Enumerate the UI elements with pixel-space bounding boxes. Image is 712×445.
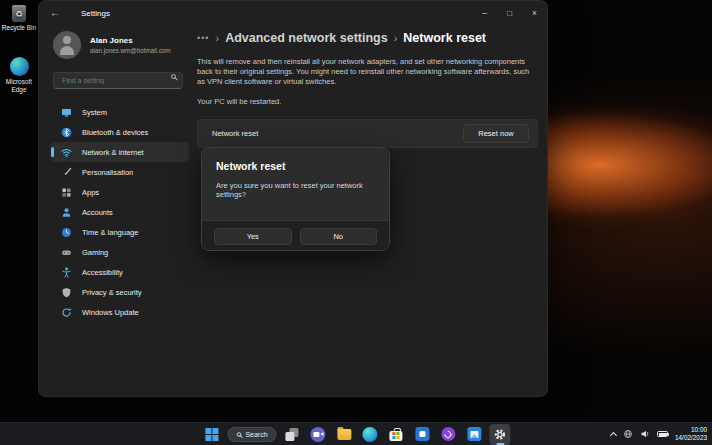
brush-icon	[61, 167, 72, 178]
battery-icon[interactable]	[657, 431, 668, 437]
sidebar-item-gaming[interactable]: Gaming	[51, 242, 189, 262]
back-button[interactable]: ←	[50, 8, 60, 18]
desktop-icon-label: Recycle Bin	[2, 24, 36, 32]
bluetooth-icon	[61, 127, 72, 138]
user-email: alan.jones.wm@hotmail.com	[90, 47, 171, 54]
sidebar-item-apps[interactable]: Apps	[51, 182, 189, 202]
sidebar-item-personalisation[interactable]: Personalisation	[51, 162, 189, 182]
close-button[interactable]: ×	[522, 1, 547, 25]
desktop-icon-recycle-bin[interactable]: ♻ Recycle Bin	[0, 5, 38, 32]
user-name: Alan Jones	[90, 36, 171, 45]
display-icon	[61, 107, 72, 118]
maximize-button[interactable]: □	[497, 1, 522, 25]
chevron-right-icon: ›	[394, 32, 398, 44]
taskbar: Search 10:00	[0, 422, 712, 445]
speaker-icon[interactable]	[640, 429, 650, 439]
wifi-icon	[61, 147, 72, 158]
purple-app-button[interactable]	[438, 424, 459, 445]
blue-app-button[interactable]	[412, 424, 433, 445]
user-account[interactable]: Alan Jones alan.jones.wm@hotmail.com	[53, 31, 197, 59]
restart-note: Your PC will be restarted.	[197, 97, 538, 106]
reset-now-button[interactable]: Reset now	[463, 124, 529, 143]
sidebar-item-network-internet[interactable]: Network & internet	[51, 142, 189, 162]
taskbar-search[interactable]: Search	[227, 427, 276, 442]
breadcrumb: ••• › Advanced network settings › Networ…	[197, 31, 538, 45]
chat-app-button[interactable]	[308, 424, 329, 445]
title-bar: ← Settings – □ ×	[39, 1, 547, 25]
task-view-icon	[286, 428, 299, 441]
tray-date: 14/02/2023	[675, 434, 707, 442]
recycle-bin-icon: ♻	[12, 5, 26, 22]
controller-icon	[61, 247, 72, 258]
edge-icon	[10, 57, 29, 76]
sidebar-item-windows-update[interactable]: Windows Update	[51, 302, 189, 322]
start-button[interactable]	[201, 424, 222, 445]
sidebar-item-system[interactable]: System	[51, 102, 189, 122]
photos-app-button[interactable]	[464, 424, 485, 445]
accessibility-icon	[61, 267, 72, 278]
search-icon	[171, 74, 176, 79]
settings-app-button[interactable]	[490, 424, 511, 445]
main-content: ••• › Advanced network settings › Networ…	[197, 25, 538, 148]
breadcrumb-parent[interactable]: Advanced network settings	[225, 31, 388, 45]
sidebar-nav: System Bluetooth & devices Network & int…	[39, 102, 197, 322]
photos-app-icon	[467, 427, 481, 441]
folder-icon	[337, 429, 351, 440]
sidebar-item-accounts[interactable]: Accounts	[51, 202, 189, 222]
minimize-button[interactable]: –	[472, 1, 497, 25]
desktop-icon-label: Microsoft Edge	[0, 78, 38, 93]
sidebar-item-time-language[interactable]: Time & language	[51, 222, 189, 242]
sidebar-item-bluetooth-devices[interactable]: Bluetooth & devices	[51, 122, 189, 142]
edge-icon	[363, 427, 378, 442]
breadcrumb-ellipsis[interactable]: •••	[197, 33, 209, 43]
windows-logo-icon	[205, 428, 218, 441]
clock[interactable]: 10:00 14/02/2023	[675, 426, 707, 441]
network-reset-card: Network reset Reset now	[197, 119, 538, 148]
update-icon	[61, 307, 72, 318]
dialog-message: Are you sure you want to reset your netw…	[216, 181, 375, 199]
store-icon	[390, 428, 403, 441]
search-input[interactable]	[53, 72, 183, 89]
network-globe-icon[interactable]	[623, 429, 633, 439]
purple-app-icon	[441, 427, 455, 441]
person-icon	[61, 207, 72, 218]
dialog-footer: Yes No	[202, 220, 389, 251]
search-icon	[237, 432, 242, 437]
network-reset-dialog: Network reset Are you sure you want to r…	[201, 147, 390, 251]
task-view-button[interactable]	[282, 424, 303, 445]
shield-icon	[61, 287, 72, 298]
apps-grid-icon	[61, 187, 72, 198]
dialog-body: Network reset Are you sure you want to r…	[202, 148, 389, 220]
dialog-title: Network reset	[216, 160, 375, 172]
edge-button[interactable]	[360, 424, 381, 445]
description-text: This will remove and then reinstall all …	[197, 57, 538, 87]
sidebar: Alan Jones alan.jones.wm@hotmail.com Sys…	[39, 25, 197, 322]
system-tray: 10:00 14/02/2023	[611, 423, 707, 445]
page-title: Network reset	[403, 31, 486, 45]
window-controls: – □ ×	[472, 1, 547, 25]
sidebar-item-privacy-security[interactable]: Privacy & security	[51, 282, 189, 302]
avatar	[53, 31, 81, 59]
hidden-icons-chevron-icon[interactable]	[610, 431, 617, 438]
file-explorer-button[interactable]	[334, 424, 355, 445]
yes-button[interactable]: Yes	[214, 228, 292, 245]
gear-icon	[494, 428, 507, 441]
microsoft-store-button[interactable]	[386, 424, 407, 445]
tray-time: 10:00	[675, 426, 707, 434]
no-button[interactable]: No	[300, 228, 378, 245]
window-title: Settings	[81, 9, 110, 18]
card-label: Network reset	[212, 129, 258, 138]
sidebar-item-accessibility[interactable]: Accessibility	[51, 262, 189, 282]
taskbar-search-label: Search	[245, 431, 267, 438]
blue-app-icon	[415, 427, 429, 441]
desktop-icon-microsoft-edge[interactable]: Microsoft Edge	[0, 57, 38, 93]
settings-window: ← Settings – □ × Alan Jones alan.jones.w…	[38, 0, 548, 397]
chat-icon	[311, 427, 326, 442]
chevron-right-icon: ›	[215, 32, 219, 44]
clock-icon	[61, 227, 72, 238]
